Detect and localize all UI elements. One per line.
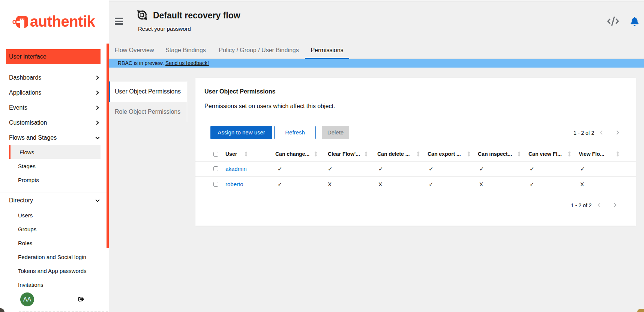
svg-text:authentik: authentik — [30, 13, 96, 30]
